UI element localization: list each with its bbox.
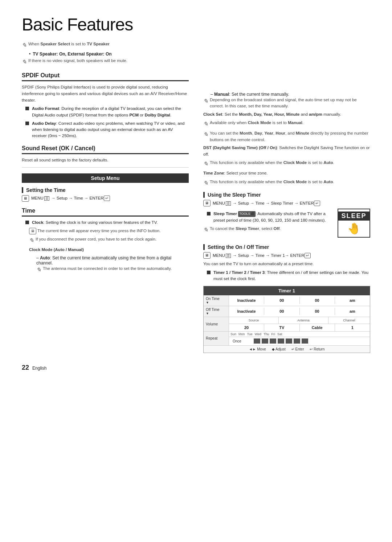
sound-reset-header: Sound Reset (OK / Cancel)	[22, 145, 189, 154]
menu-icon: 🖥	[22, 195, 29, 202]
on-time-row: On Time ▼ Inactivate 00 00	[204, 295, 370, 306]
on-off-timer-header: Setting the On / Off Timer	[203, 244, 370, 250]
clock-mode-section: Clock Mode (Auto / Manual) – Auto: Set t…	[29, 247, 189, 274]
manual-mode: – Manual: Set the current time manually.	[211, 92, 370, 97]
nav-return: ↩ Return	[310, 347, 324, 351]
dst-note: ✎ This function is only available when t…	[203, 160, 370, 168]
setting-time-header: Setting the Time	[22, 187, 189, 193]
day-sat	[302, 338, 308, 344]
clock-continued: – Manual: Set the current time manually.…	[203, 92, 370, 188]
spdif-bullets: Audio Format: During the reception of a …	[25, 106, 189, 139]
on-off-timer-menu-path: 🖥 MENU☰ → Setup → Time → Timer 1→ ENTER↵	[203, 252, 370, 259]
note-icon-10: ✎	[203, 226, 208, 234]
page-number: 22 English	[22, 364, 46, 371]
volume-source-label: Volume	[204, 317, 229, 331]
time-section: Time Clock: Setting the clock is for usi…	[22, 208, 189, 274]
day-wed	[278, 338, 284, 344]
sleep-enter-icon: ↵	[314, 201, 320, 206]
timer-bullet: Timer 1 / Timer 2 / Timer 3: Three diffe…	[207, 270, 370, 282]
auto-mode: – Auto: Set the current time automatical…	[36, 255, 189, 266]
sleep-timer-header: Using the Sleep Timer	[203, 192, 370, 198]
day-fri	[294, 338, 300, 344]
sound-reset-description: Reset all sound settings to the factory …	[22, 157, 189, 164]
antenna-header: Antenna	[279, 317, 328, 324]
repeat-row: Repeat Sun Mon Tue Wed Thu Fri Sat	[204, 332, 370, 346]
once-value: Once	[230, 338, 252, 344]
day-tue	[270, 338, 276, 344]
spdif-section: SPDIF Output SPDIF (Sony Philips Digital…	[22, 72, 189, 139]
sleep-timer-bullet: Sleep Timer TOOLS⬛: Automatically shuts …	[207, 211, 334, 223]
clock-bullet: Clock: Setting the clock is for using va…	[25, 219, 189, 226]
top-notes: ✎ When Speaker Select is set to TV Speak…	[22, 41, 189, 66]
on-inactivate: Inactivate	[229, 297, 264, 304]
setting-time-menu-path: 🖥 MENU☰ → Setup → Time → ENTER↵	[22, 195, 189, 202]
off-minute: 00	[300, 308, 335, 315]
page-title: Basic Features	[22, 15, 370, 34]
clock-mode-manual-note: ✎ Available only when Clock Mode is set …	[203, 120, 370, 128]
page-language: English	[32, 366, 46, 371]
note-icon-8: ✎	[203, 160, 208, 168]
dst-text: DST (Daylight Saving Time) (Off / On): S…	[203, 145, 370, 158]
on-off-description: You can set the TV to turn on automatica…	[203, 261, 370, 267]
nav-adjust: ◆ Adjust	[272, 347, 286, 351]
bullet-square-1	[25, 107, 29, 110]
bullet-square-5	[207, 271, 211, 274]
timer-menu-icon: 🖥	[203, 252, 211, 259]
spdif-description: SPDIF (Sony Philips Digital Interface) i…	[22, 84, 189, 103]
enter-icon: ↵	[104, 196, 110, 201]
channel-value: 1	[335, 324, 370, 331]
day-mon	[262, 338, 268, 344]
on-off-timer-section: Setting the On / Off Timer 🖥 MENU☰ → Set…	[203, 244, 370, 353]
note-icon-1: ✎	[22, 41, 26, 50]
cancel-sleep-note: ✎ To cancel the Sleep Timer, select Off.	[203, 226, 334, 234]
on-ampm: am	[335, 297, 370, 304]
setup-menu-section: Setup Menu Setting the Time 🖥 MENU☰ → Se…	[22, 173, 189, 274]
note-icon-2: ✎	[22, 58, 26, 66]
time-header: Time	[22, 208, 189, 217]
timer-table-header: Timer 1	[204, 286, 370, 295]
power-cord-note: ✎ If you disconnect the power cord, you …	[29, 236, 189, 245]
sleep-menu-icon: 🖥	[203, 200, 211, 206]
on-time-label: On Time ▼	[204, 295, 229, 306]
number-buttons-note: ✎ You can set the Month, Day, Year, Hour…	[203, 130, 370, 143]
sleep-image: SLEEP 🤚	[338, 209, 370, 238]
audio-format-bullet: Audio Format: During the reception of a …	[25, 106, 189, 118]
timer-enter-icon: ↵	[305, 253, 311, 258]
time-zone-text: Time Zone: Select your time zone.	[203, 170, 370, 177]
note-icon-3: ✎	[29, 236, 34, 245]
info-icon: 🖥	[29, 228, 36, 234]
off-time-label: Off Time ▼	[204, 306, 229, 317]
off-ampm: am	[335, 308, 370, 315]
vsac-row: Volume Source Antenna Channel	[204, 317, 370, 332]
info-button-note: 🖥 The current time will appear every tim…	[29, 228, 189, 234]
source-header: Source	[229, 317, 279, 324]
broadcast-note: ✎ Depending on the broadcast station and…	[203, 97, 370, 110]
off-inactivate: Inactivate	[229, 308, 264, 315]
tv-speaker-note: TV Speaker: On, External Speaker: On	[33, 52, 111, 57]
right-column: – Manual: Set the current time manually.…	[203, 41, 370, 353]
day-thu	[286, 338, 292, 344]
nav-move: ◄► Move	[249, 347, 266, 351]
antenna-value: Cable	[300, 324, 335, 331]
sleep-timer-section: Using the Sleep Timer 🖥 MENU☰ → Setup → …	[203, 192, 370, 240]
sleep-label: SLEEP	[338, 212, 369, 221]
timer-table: Timer 1 On Time ▼ Inactivate 00	[203, 286, 370, 353]
sleep-hand-icon: 🤚	[347, 222, 361, 235]
on-hour: 00	[264, 297, 299, 304]
timer-nav: ◄► Move ◆ Adjust ↵ Enter ↩ Return	[204, 346, 370, 353]
off-hour: 00	[264, 308, 299, 315]
bullet-square-3	[25, 221, 29, 224]
off-time-row: Off Time ▼ Inactivate 00 00	[204, 306, 370, 317]
source-value: TV	[264, 324, 299, 331]
speaker-select-note: ✎ When Speaker Select is set to TV Speak…	[22, 41, 189, 50]
tools-badge: TOOLS⬛	[238, 211, 255, 217]
audio-delay-bullet: Audio Delay: Correct audio-video sync pr…	[25, 120, 189, 139]
nav-enter: ↵ Enter	[291, 347, 304, 351]
setting-time-section: Setting the Time 🖥 MENU☰ → Setup → Time …	[22, 187, 189, 202]
no-video-note: ✎ If there is no video signal, both spea…	[22, 58, 189, 66]
clock-mode-label: Clock Mode (Auto / Manual)	[29, 247, 189, 253]
time-zone-note: ✎ This function is only available when t…	[203, 179, 370, 188]
clock-set-text: Clock Set: Set the Month, Day, Year, Hou…	[203, 111, 370, 118]
note-icon-4: ✎	[36, 266, 41, 274]
bullet-square-2	[25, 122, 29, 125]
